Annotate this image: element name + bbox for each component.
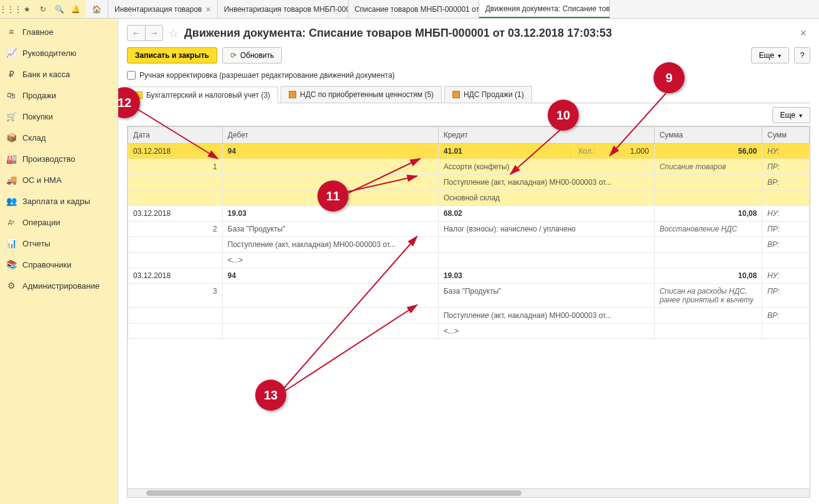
tab-home[interactable]: 🏠 [86,0,108,18]
table-row[interactable]: <...> [128,324,810,339]
table-header-row: Дата Дебет Кредит Сумма Сумм [128,127,810,144]
back-button[interactable]: ← [128,26,145,40]
postings-grid[interactable]: Дата Дебет Кредит Сумма Сумм 03.12.2018 … [127,126,810,498]
subtab-vat-sales[interactable]: НДС Продажи (1) [444,86,532,103]
table-row[interactable]: 03.12.2018 94 41.01 Кол.: 1,000 56,00 НУ… [128,144,810,159]
nav-bank[interactable]: ₽Банк и касса [0,63,118,85]
table-row[interactable]: Поступление (акт, накладная) МН00-000003… [128,308,810,324]
box-icon: 📦 [6,133,16,142]
doc-title: Движения документа: Списание товаров МНБ… [184,27,791,40]
history-icon[interactable]: ↻ [36,2,50,16]
table-row[interactable]: 03.12.2018 94 19.03 10,08 НУ: [128,268,810,284]
table-row[interactable]: Основной склад [128,190,810,206]
nav-admin[interactable]: ⚙Администрирование [0,275,118,296]
ruble-icon: ₽ [6,69,16,79]
topbar: ⋮⋮⋮ ★ ↻ 🔍 🔔 🏠 Инвентаризация товаров× Ин… [0,0,819,19]
bag-icon: 🛍 [6,90,16,100]
nav-warehouse[interactable]: 📦Склад [0,127,118,148]
tab-item[interactable]: Списание товаров МНБП-000001 от 03.1...× [349,0,479,18]
content: ← → ☆ Движения документа: Списание товар… [118,19,819,504]
register-icon [289,91,296,98]
col-date: Дата [128,127,223,144]
table-row[interactable]: 3 База "Продукты" Списан на расходы НДС,… [128,284,810,308]
gear-icon: ⚙ [6,281,16,291]
nav-production[interactable]: 🏭Производство [0,148,118,169]
dtkt-icon: Дт [6,217,16,227]
bars-icon: 📊 [6,238,16,248]
col-sum: Сумма [654,127,762,144]
manual-edit-checkbox[interactable] [127,71,136,80]
table-row[interactable]: 03.12.2018 19.03 68.02 10,08 НУ: [128,206,810,222]
nav-main[interactable]: ≡Главное [0,21,118,42]
subtab-accounting[interactable]: Бухгалтерский и налоговый учет (3) [127,86,278,103]
nav-assets[interactable]: 🚚ОС и НМА [0,169,118,190]
favorite-star-icon[interactable]: ☆ [168,26,179,40]
nav-catalogs[interactable]: 📚Справочники [0,254,118,275]
search-icon[interactable]: 🔍 [52,2,66,16]
nav-operations[interactable]: ДтОперации [0,212,118,233]
tab-item[interactable]: Инвентаризация товаров МНБП-000002 о...× [218,0,349,18]
refresh-button[interactable]: ⟳Обновить [222,47,282,63]
table-row[interactable]: Поступление (акт, накладная) МН00-000003… [128,237,810,253]
apps-icon[interactable]: ⋮⋮⋮ [4,2,17,16]
system-iconbar: ⋮⋮⋮ ★ ↻ 🔍 🔔 [0,0,86,18]
nav-sales[interactable]: 🛍Продажи [0,85,118,106]
col-credit: Кредит [438,127,654,144]
close-doc-icon[interactable]: × [796,27,810,40]
star-icon[interactable]: ★ [20,2,34,16]
register-icon [452,91,460,98]
col-debit: Дебет [222,127,438,144]
nav-manager[interactable]: 📈Руководителю [0,42,118,63]
sidebar: ≡Главное 📈Руководителю ₽Банк и касса 🛍Пр… [0,19,118,504]
books-icon: 📚 [6,259,16,269]
manual-edit-label: Ручная корректировка (разрешает редактир… [139,71,395,80]
table-row[interactable]: 2 База "Продукты" Налог (взносы): начисл… [128,222,810,237]
more-button[interactable]: Еще [751,47,789,63]
save-close-button[interactable]: Записать и закрыть [127,47,217,63]
nav-purchases[interactable]: 🛒Покупки [0,106,118,127]
people-icon: 👥 [6,196,16,206]
col-flags: Сумм [762,127,810,144]
register-tabs: Бухгалтерский и налоговый учет (3) НДС п… [127,86,810,103]
bell-icon[interactable]: 🔔 [68,2,82,16]
table-row[interactable]: <...> [128,253,810,268]
grid equivalently-more-button[interactable]: Еще [772,107,810,123]
chart-icon: 📈 [6,48,16,58]
history-nav: ← → [127,25,163,41]
close-icon[interactable]: × [205,4,210,14]
help-button[interactable]: ? [794,47,810,63]
truck-icon: 🚚 [6,175,16,185]
menu-icon: ≡ [6,27,16,37]
tab-item-active[interactable]: Движения документа: Списание товаров...× [479,0,610,18]
h-scrollbar[interactable] [128,488,810,497]
register-icon [135,91,143,99]
subtab-vat-purchase[interactable]: НДС по приобретенным ценностям (5) [281,86,442,103]
tabs-bar: 🏠 Инвентаризация товаров× Инвентаризация… [86,0,819,18]
factory-icon: 🏭 [6,154,16,164]
refresh-icon: ⟳ [230,51,236,60]
cart-icon: 🛒 [6,111,16,121]
table-row[interactable]: Поступление (акт, накладная) МН00-000003… [128,175,810,190]
table-row[interactable]: 1 Ассорти (конфеты) Списание товаров ПР: [128,159,810,175]
tab-item[interactable]: Инвентаризация товаров× [108,0,218,18]
nav-hr[interactable]: 👥Зарплата и кадры [0,190,118,212]
nav-reports[interactable]: 📊Отчеты [0,233,118,254]
forward-button[interactable]: → [145,26,162,40]
